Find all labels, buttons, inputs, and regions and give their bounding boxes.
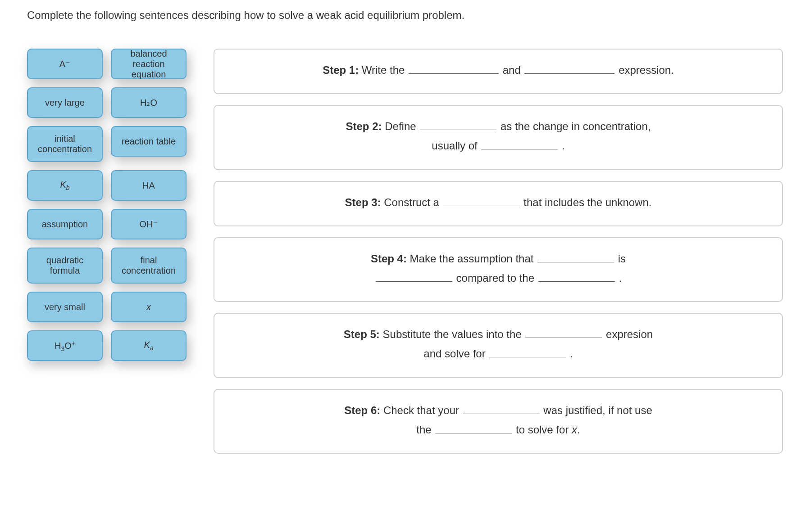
tile-very-large[interactable]: very large — [27, 87, 103, 118]
step-5-box: Step 5: Substitute the values into the e… — [214, 313, 783, 378]
tile-reaction-table[interactable]: reaction table — [111, 126, 187, 157]
step-5-blank-2[interactable] — [489, 345, 566, 358]
step-6-t4: to solve for — [513, 424, 572, 436]
tile-row: very large H₂O — [27, 87, 187, 118]
step-5-text: Step 5: Substitute the values into the e… — [228, 325, 769, 363]
step-4-t1: Make the assumption that — [407, 252, 537, 265]
step-5-t4: . — [567, 347, 573, 360]
step-1-box: Step 1: Write the and expression. — [214, 49, 783, 94]
tile-row: H3O+ Ka — [27, 330, 187, 361]
step-3-text: Step 3: Construct a that includes the un… — [228, 193, 769, 212]
step-4-blank-2[interactable] — [376, 269, 452, 282]
step-5-label: Step 5: — [344, 328, 380, 340]
tile-oh-minus[interactable]: OH⁻ — [111, 209, 187, 239]
tile-row: A⁻ balanced reaction equation — [27, 49, 187, 79]
tile-assumption[interactable]: assumption — [27, 209, 103, 239]
step-5-blank-1[interactable] — [525, 325, 602, 338]
step-2-t3: usually of — [432, 140, 480, 152]
step-2-t1: Define — [382, 120, 419, 132]
step-1-label: Step 1: — [323, 64, 359, 76]
step-4-blank-1[interactable] — [537, 249, 614, 262]
tile-x-label: x — [146, 302, 151, 312]
tile-h2o[interactable]: H₂O — [111, 87, 187, 118]
step-1-t3: expression. — [615, 64, 673, 76]
step-4-label: Step 4: — [371, 252, 407, 265]
step-6-blank-1[interactable] — [463, 401, 540, 414]
step-6-t6: . — [577, 424, 580, 436]
step-2-text: Step 2: Define as the change in concentr… — [228, 117, 769, 155]
step-6-t2: was justified, if not use — [541, 404, 652, 416]
step-3-label: Step 3: — [345, 196, 381, 208]
steps-column: Step 1: Write the and expression. Step 2… — [214, 49, 783, 454]
tile-row: Kb HA — [27, 170, 187, 201]
step-6-x: x — [572, 424, 577, 436]
tile-row: initial concentration reaction table — [27, 126, 187, 162]
exercise-page: Complete the following sentences describ… — [0, 0, 810, 463]
tile-ka-letter: K — [144, 340, 150, 350]
tile-row: very small x — [27, 292, 187, 322]
tile-kb[interactable]: Kb — [27, 170, 103, 201]
tile-bank: A⁻ balanced reaction equation very large… — [27, 49, 187, 370]
step-1-t1: Write the — [359, 64, 408, 76]
step-6-box: Step 6: Check that your was justified, i… — [214, 389, 783, 454]
step-5-t2: expresion — [603, 328, 653, 340]
tile-kb-letter: K — [60, 180, 66, 189]
step-6-t3: the — [416, 424, 434, 436]
step-5-t1: Substitute the values into the — [380, 328, 525, 340]
tile-h3o-sup: + — [72, 339, 75, 347]
step-1-text: Step 1: Write the and expression. — [228, 60, 769, 80]
step-2-blank-1[interactable] — [420, 117, 496, 130]
step-2-blank-2[interactable] — [481, 137, 558, 150]
step-2-t2: as the change in concentration, — [497, 120, 651, 132]
tile-row: assumption OH⁻ — [27, 209, 187, 239]
step-4-blank-3[interactable] — [538, 269, 615, 282]
step-3-t2: that includes the unknown. — [521, 196, 652, 208]
step-4-t3: compared to the — [453, 272, 537, 284]
step-4-box: Step 4: Make the assumption that is comp… — [214, 237, 783, 302]
step-3-blank-1[interactable] — [443, 193, 520, 206]
step-4-t2: is — [615, 252, 626, 265]
tile-h3o-o: O — [64, 340, 72, 350]
content-area: A⁻ balanced reaction equation very large… — [27, 49, 783, 454]
step-2-t4: . — [559, 140, 564, 152]
tile-h3o-h: H — [55, 340, 61, 350]
step-6-label: Step 6: — [344, 404, 380, 416]
step-5-t3: and solve for — [423, 347, 488, 360]
step-3-t1: Construct a — [381, 196, 442, 208]
step-3-box: Step 3: Construct a that includes the un… — [214, 181, 783, 226]
step-1-blank-1[interactable] — [409, 61, 499, 74]
step-6-blank-2[interactable] — [435, 420, 512, 433]
tile-very-small[interactable]: very small — [27, 292, 103, 322]
tile-final-concentration[interactable]: final concentration — [111, 248, 187, 284]
tile-ha[interactable]: HA — [111, 170, 187, 201]
tile-ka-sub: a — [150, 344, 154, 352]
tile-ka[interactable]: Ka — [111, 330, 187, 361]
step-4-text: Step 4: Make the assumption that is comp… — [228, 249, 769, 288]
step-2-box: Step 2: Define as the change in concentr… — [214, 105, 783, 170]
step-4-t4: . — [616, 272, 622, 284]
step-6-text: Step 6: Check that your was justified, i… — [228, 401, 769, 439]
tile-x[interactable]: x — [111, 292, 187, 322]
instruction-text: Complete the following sentences describ… — [27, 9, 783, 22]
tile-kb-sub: b — [66, 184, 70, 191]
tile-a-minus[interactable]: A⁻ — [27, 49, 103, 79]
step-2-label: Step 2: — [346, 120, 382, 132]
step-1-blank-2[interactable] — [524, 61, 614, 74]
tile-h3o-plus[interactable]: H3O+ — [27, 330, 103, 361]
tile-balanced-reaction[interactable]: balanced reaction equation — [111, 49, 187, 79]
tile-initial-concentration[interactable]: initial concentration — [27, 126, 103, 162]
step-6-t1: Check that your — [380, 404, 462, 416]
tile-row: quadratic formula final concentration — [27, 248, 187, 284]
tile-quadratic-formula[interactable]: quadratic formula — [27, 248, 103, 284]
step-1-t2: and — [500, 64, 523, 76]
